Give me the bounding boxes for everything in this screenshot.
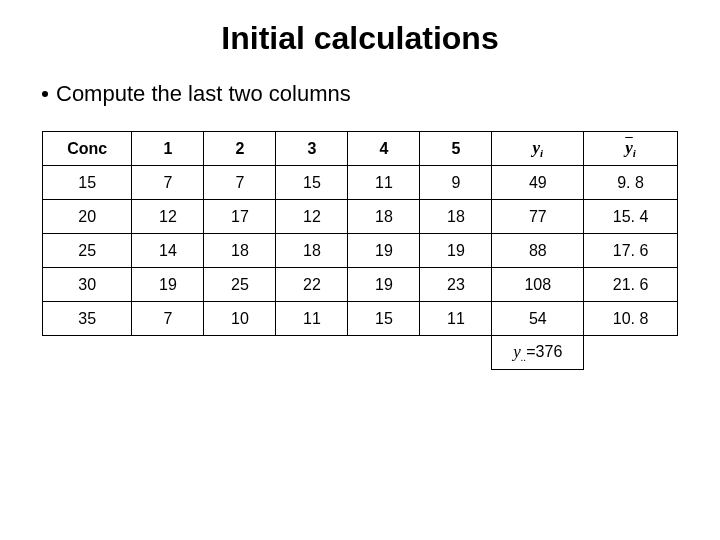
- table-row: 20 12 17 12 18 18 77 15. 4: [43, 200, 678, 234]
- col-1-header: 1: [132, 132, 204, 166]
- cell: 19: [348, 234, 420, 268]
- empty-cell: [43, 336, 132, 370]
- cell: 18: [348, 200, 420, 234]
- col-3-header: 3: [276, 132, 348, 166]
- cell: 14: [132, 234, 204, 268]
- calc-table: Conc 1 2 3 4 5 yi yi 15 7 7 15 11 9 49 9…: [42, 131, 678, 370]
- cell-mean: 9. 8: [584, 166, 678, 200]
- cell: 12: [276, 200, 348, 234]
- table-container: Conc 1 2 3 4 5 yi yi 15 7 7 15 11 9 49 9…: [0, 131, 720, 370]
- empty-cell: [276, 336, 348, 370]
- table-row: 35 7 10 11 15 11 54 10. 8: [43, 302, 678, 336]
- subtitle-row: Compute the last two columns: [0, 81, 720, 131]
- subtitle-text: Compute the last two columns: [56, 81, 351, 107]
- col-2-header: 2: [204, 132, 276, 166]
- cell: 11: [276, 302, 348, 336]
- cell: 12: [132, 200, 204, 234]
- col-mean-header: yi: [584, 132, 678, 166]
- cell-conc: 25: [43, 234, 132, 268]
- cell: 25: [204, 268, 276, 302]
- cell: 18: [276, 234, 348, 268]
- cell-mean: 15. 4: [584, 200, 678, 234]
- table-row: 25 14 18 18 19 19 88 17. 6: [43, 234, 678, 268]
- cell: 18: [420, 200, 492, 234]
- cell-sum: 108: [492, 268, 584, 302]
- cell: 19: [132, 268, 204, 302]
- cell: 18: [204, 234, 276, 268]
- empty-cell: [132, 336, 204, 370]
- grand-total-cell: y..=376: [492, 336, 584, 370]
- cell-sum: 77: [492, 200, 584, 234]
- cell: 11: [348, 166, 420, 200]
- table-header-row: Conc 1 2 3 4 5 yi yi: [43, 132, 678, 166]
- cell: 19: [420, 234, 492, 268]
- cell-mean: 10. 8: [584, 302, 678, 336]
- total-row: y..=376: [43, 336, 678, 370]
- table-row: 30 19 25 22 19 23 108 21. 6: [43, 268, 678, 302]
- cell-sum: 54: [492, 302, 584, 336]
- cell: 7: [204, 166, 276, 200]
- cell: 22: [276, 268, 348, 302]
- empty-cell: [204, 336, 276, 370]
- cell: 15: [276, 166, 348, 200]
- cell: 17: [204, 200, 276, 234]
- empty-cell: [584, 336, 678, 370]
- cell-sum: 49: [492, 166, 584, 200]
- cell: 7: [132, 302, 204, 336]
- empty-cell: [420, 336, 492, 370]
- bullet-icon: [42, 91, 48, 97]
- cell: 23: [420, 268, 492, 302]
- col-conc-header: Conc: [43, 132, 132, 166]
- cell: 11: [420, 302, 492, 336]
- col-sum-header: yi: [492, 132, 584, 166]
- cell: 10: [204, 302, 276, 336]
- cell-conc: 30: [43, 268, 132, 302]
- cell: 7: [132, 166, 204, 200]
- cell-conc: 20: [43, 200, 132, 234]
- cell: 15: [348, 302, 420, 336]
- cell-mean: 21. 6: [584, 268, 678, 302]
- page-title: Initial calculations: [0, 0, 720, 81]
- cell: 9: [420, 166, 492, 200]
- table-row: 15 7 7 15 11 9 49 9. 8: [43, 166, 678, 200]
- cell: 19: [348, 268, 420, 302]
- empty-cell: [348, 336, 420, 370]
- col-4-header: 4: [348, 132, 420, 166]
- cell-sum: 88: [492, 234, 584, 268]
- cell-conc: 15: [43, 166, 132, 200]
- cell-mean: 17. 6: [584, 234, 678, 268]
- cell-conc: 35: [43, 302, 132, 336]
- col-5-header: 5: [420, 132, 492, 166]
